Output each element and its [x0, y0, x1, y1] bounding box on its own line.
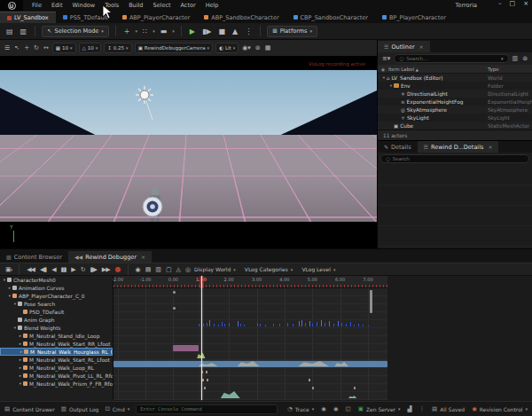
viewport-options-icon[interactable]: ☰	[4, 44, 11, 51]
menu-file[interactable]: File	[32, 2, 42, 9]
maximize-button[interactable]: □	[510, 0, 516, 7]
close-icon[interactable]: ×	[488, 144, 492, 150]
track-row-CharacterMesh0[interactable]: ▾CharacterMesh0	[0, 276, 113, 284]
column-item-label[interactable]: Item Label ▲	[388, 67, 488, 72]
maximize-viewport-icon[interactable]: ▦	[264, 44, 272, 51]
track-row-M_Neutral_Walk_Loop_RL[interactable]: ▸M_Neutral_Walk_Loop_RL	[0, 364, 113, 372]
menu-select[interactable]: Select	[153, 2, 170, 9]
loop-button[interactable]: ↻	[81, 266, 85, 273]
frame-skip-button[interactable]: ▮▶	[200, 27, 214, 35]
blueprints-icon[interactable]: ∷	[141, 27, 149, 35]
track-row-Animation Curves[interactable]: ▸Animation Curves	[0, 284, 113, 292]
close-icon[interactable]: ×	[419, 43, 424, 50]
move-tool-icon[interactable]: +	[23, 44, 30, 51]
pause-button[interactable]: ▮▮	[61, 266, 66, 273]
all-saved-button[interactable]: ▤ All Saved	[432, 405, 465, 412]
track-lane[interactable]	[113, 368, 387, 376]
track-row-M_Neutral_Walk_Hourglass_RL_FL[interactable]: ▸M_Neutral_Walk_Hourglass_RL_FL	[0, 348, 113, 356]
filter-icon[interactable]: ≡▾	[381, 55, 391, 62]
show-flags-icon[interactable]: ◉▾	[241, 44, 252, 51]
skip-to-end-button[interactable]: ▶▶	[102, 266, 110, 273]
track-row-M_Neutral_Walk_Pivot_LL_RL_Rfoo[interactable]: ▸M_Neutral_Walk_Pivot_LL_RL_Rfoo	[0, 372, 113, 380]
timeline-lanes[interactable]	[113, 288, 387, 400]
outliner-row[interactable]: ▾EnvFolder	[378, 82, 532, 90]
camera-status-icon[interactable]: ◉	[333, 405, 339, 412]
play-in-editor-button[interactable]: ▶	[188, 27, 197, 35]
play-reverse-button[interactable]: ◀	[51, 266, 55, 273]
track-lane[interactable]	[113, 344, 387, 352]
outliner-settings-icon[interactable]: ⊛	[521, 55, 528, 62]
play-button[interactable]: ▶	[71, 266, 74, 273]
asset-tab-abp_sandboxcharacter[interactable]: ABP_SandboxCharacter	[197, 12, 286, 23]
tab-rewind-details[interactable]: ☰ Rewind D...Details×	[418, 141, 499, 153]
track-row-Blend Weights[interactable]: ▾Blend Weights	[0, 324, 113, 332]
stop-button[interactable]: ■	[216, 27, 227, 35]
outliner-row[interactable]: ◎SkyAtmosphereSkyAtmosphere	[378, 106, 532, 114]
menu-window[interactable]: Window	[72, 2, 95, 9]
tab-content-browser[interactable]: ▥ Content Browser	[0, 251, 68, 263]
3d-scene[interactable]: VisLog recording active Y	[0, 57, 377, 248]
track-lane[interactable]	[113, 376, 387, 384]
tab-details[interactable]: ✎ Details	[378, 141, 418, 153]
menu-actor[interactable]: Actor	[181, 2, 196, 9]
save-recording-icon[interactable]: ▥	[155, 266, 160, 273]
track-row-ABP_PlayerCharacter_C_0[interactable]: ▾ABP_PlayerCharacter_C_0	[0, 292, 113, 300]
platforms-dropdown[interactable]: ⊞ Platforms▾	[267, 26, 317, 37]
step-forward-button[interactable]: ▮▶	[90, 266, 97, 273]
track-lane[interactable]	[113, 312, 387, 320]
new-folder-icon[interactable]: ▥	[512, 55, 520, 62]
track-row-PSD_TDefault[interactable]: PSD_TDefault	[0, 308, 113, 316]
timeline-scrollbar[interactable]	[370, 290, 372, 313]
outliner-row[interactable]: ≋ExponentialHeightFogExponentialHeightFo…	[378, 98, 532, 106]
scale-snap-control[interactable]: ↕0.25▾	[104, 43, 131, 53]
track-row-M_Neutral_Walk_Prism_F_FR_Rfoot[interactable]: ▾M_Neutral_Walk_Prism_F_FR_Rfoot	[0, 380, 113, 388]
revision-control-dropdown[interactable]: ◉ Revision Control▾	[472, 405, 528, 412]
timeline[interactable]: -2.00-1.000.001.002.003.004.005.006.007.…	[113, 276, 387, 400]
skip-to-start-button[interactable]: ◀◀	[27, 266, 35, 273]
column-type[interactable]: Type	[488, 67, 532, 72]
outliner-row[interactable]: ▣CubeStaticMeshActor	[378, 122, 532, 130]
trace-dropdown[interactable]: ◔ Trace▾	[287, 405, 314, 412]
outliner-search-input[interactable]: ○ Search... ▾	[394, 54, 508, 63]
asset-tab-cbp_sandboxcharacter[interactable]: CBP_SandboxCharacter	[286, 12, 375, 23]
record-button[interactable]: ●	[115, 265, 121, 273]
asset-tab-bp_playercharacter[interactable]: BP_PlayerCharacter	[375, 12, 453, 23]
output-log-button[interactable]: ▥ Output Log	[61, 405, 99, 412]
track-lane[interactable]	[113, 304, 387, 312]
track-lane[interactable]	[113, 320, 387, 328]
dropdown-vlog-categories[interactable]: VLog Categories▾	[245, 266, 293, 272]
content-drawer-button[interactable]: ▤ Content Drawer	[4, 405, 55, 412]
step-back-button[interactable]: ◀▮	[40, 266, 46, 273]
menu-build[interactable]: Build	[129, 2, 143, 9]
details-search-input[interactable]: ○ Search	[380, 154, 529, 163]
more-options-icon[interactable]: ⋮	[419, 405, 426, 412]
outliner-row[interactable]: ☀DirectionalLightDirectionalLight	[378, 90, 532, 98]
stats-icon[interactable]: ▟	[408, 405, 412, 412]
export-icon[interactable]: ◬	[176, 266, 180, 273]
minimize-button[interactable]: –	[498, 0, 502, 7]
timeline-ruler[interactable]: -2.00-1.000.001.002.003.004.005.006.007.…	[113, 276, 387, 288]
track-lane[interactable]	[113, 352, 387, 360]
track-lane[interactable]	[113, 296, 387, 304]
track-row-Pose Search[interactable]: ▾Pose Search	[0, 300, 113, 308]
add-actor-icon[interactable]: +	[122, 27, 132, 35]
close-button[interactable]: ×	[523, 0, 528, 7]
tab-rewind-debugger[interactable]: ◀◀ Rewind Debugger×	[68, 251, 152, 263]
selection-mode-dropdown[interactable]: ↖ Selection Mode▾	[42, 26, 109, 37]
playhead[interactable]	[201, 276, 202, 400]
play-options-icon[interactable]: ⋮	[243, 27, 254, 35]
dropdown-vlog-level[interactable]: VLog Level▾	[301, 266, 335, 272]
console-input[interactable]: Enter Console Command	[136, 404, 278, 414]
viewport-settings-icon[interactable]: ⊛	[254, 44, 262, 51]
directional-light-gizmo[interactable]	[132, 84, 159, 123]
screenshot-icon[interactable]: ◉	[321, 405, 326, 412]
view-mode-dropdown[interactable]: ◐Lit▾	[215, 43, 239, 53]
delete-recording-icon[interactable]: ▢	[166, 266, 171, 273]
world-filter-icon[interactable]: ◎	[185, 266, 190, 273]
rotate-tool-icon[interactable]: ↻	[33, 44, 40, 51]
track-lane[interactable]	[113, 384, 387, 392]
outliner-row[interactable]: ☼SkyLightSkyLight	[378, 114, 532, 122]
tab-outliner[interactable]: ☰ Outliner×	[378, 41, 430, 52]
visibility-column-icon[interactable]: ◉	[378, 67, 388, 72]
dropdown-display-world[interactable]: Display World▾	[194, 266, 236, 272]
